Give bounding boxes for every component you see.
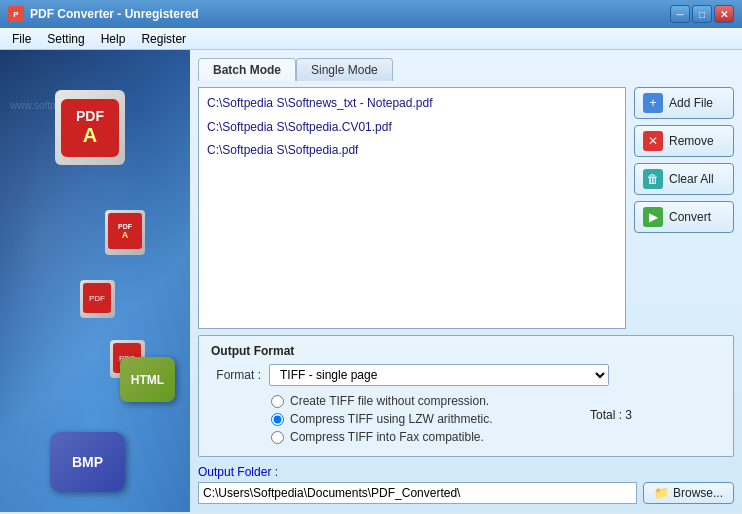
clear-all-label: Clear All <box>669 172 714 186</box>
radio-row-2: Compress TIFF using LZW arithmetic. <box>271 412 721 426</box>
tab-row: Batch Mode Single Mode <box>198 58 734 81</box>
convert-icon: ▶ <box>643 207 663 227</box>
pdf-icon-sm1: PDF A <box>105 210 145 255</box>
file-item-1[interactable]: C:\Softpedia S\Softnews_txt - Notepad.pd… <box>203 92 621 116</box>
menu-setting[interactable]: Setting <box>39 30 92 48</box>
remove-button[interactable]: ✕ Remove <box>634 125 734 157</box>
bottom-area: Output Folder : 📁 Browse... <box>198 465 734 504</box>
total-count: Total : 3 <box>590 408 632 422</box>
menu-help[interactable]: Help <box>93 30 134 48</box>
browse-label: Browse... <box>673 486 723 500</box>
radio-row-3: Compress TIFF into Fax compatible. <box>271 430 721 444</box>
right-content: Batch Mode Single Mode C:\Softpedia S\So… <box>190 50 742 512</box>
file-item-3[interactable]: C:\Softpedia S\Softpedia.pdf <box>203 139 621 163</box>
clear-all-icon: 🗑 <box>643 169 663 189</box>
remove-label: Remove <box>669 134 714 148</box>
folder-path-input[interactable] <box>198 482 637 504</box>
bmp-icon: BMP <box>50 432 125 492</box>
window-title: PDF Converter - Unregistered <box>30 7 199 21</box>
folder-input-row: 📁 Browse... <box>198 482 734 504</box>
convert-button[interactable]: ▶ Convert <box>634 201 734 233</box>
html-icon: HTML <box>120 357 175 402</box>
output-format-title: Output Format <box>211 344 721 358</box>
convert-label: Convert <box>669 210 711 224</box>
add-file-label: Add File <box>669 96 713 110</box>
file-list[interactable]: C:\Softpedia S\Softnews_txt - Notepad.pd… <box>198 87 626 329</box>
title-bar: P PDF Converter - Unregistered ─ □ ✕ <box>0 0 742 28</box>
main-content: www.softpedia.com PDF A PDF A PDF PDF <box>0 50 742 512</box>
radio-row-1: Create TIFF file without compression. <box>271 394 721 408</box>
menu-bar: File Setting Help Register <box>0 28 742 50</box>
pdf-icon-sm2: PDF <box>80 280 115 318</box>
action-buttons: + Add File ✕ Remove 🗑 Clear All ▶ Conver… <box>634 87 734 329</box>
pdf-icon-large: PDF A <box>55 90 125 165</box>
format-label: Format : <box>211 368 261 382</box>
left-panel: www.softpedia.com PDF A PDF A PDF PDF <box>0 50 190 512</box>
menu-register[interactable]: Register <box>133 30 194 48</box>
output-folder-section: Output Folder : 📁 Browse... <box>198 465 734 504</box>
radio-fax[interactable] <box>271 431 284 444</box>
close-button[interactable]: ✕ <box>714 5 734 23</box>
add-file-button[interactable]: + Add File <box>634 87 734 119</box>
panel-row: C:\Softpedia S\Softnews_txt - Notepad.pd… <box>198 87 734 329</box>
menu-file[interactable]: File <box>4 30 39 48</box>
file-item-2[interactable]: C:\Softpedia S\Softpedia.CV01.pdf <box>203 116 621 140</box>
output-format-section: Output Format Format : TIFF - single pag… <box>198 335 734 457</box>
radio-lzw[interactable] <box>271 413 284 426</box>
tab-single-mode[interactable]: Single Mode <box>296 58 393 81</box>
radio-label-3[interactable]: Compress TIFF into Fax compatible. <box>290 430 484 444</box>
output-folder-label: Output Folder : <box>198 465 734 479</box>
browse-folder-icon: 📁 <box>654 486 669 500</box>
browse-button[interactable]: 📁 Browse... <box>643 482 734 504</box>
app-icon: P <box>8 6 24 22</box>
radio-label-1[interactable]: Create TIFF file without compression. <box>290 394 489 408</box>
remove-icon: ✕ <box>643 131 663 151</box>
minimize-button[interactable]: ─ <box>670 5 690 23</box>
format-row: Format : TIFF - single page JPEG PNG BMP… <box>211 364 721 386</box>
format-select[interactable]: TIFF - single page JPEG PNG BMP GIF <box>269 364 609 386</box>
tab-batch-mode[interactable]: Batch Mode <box>198 58 296 81</box>
add-file-icon: + <box>643 93 663 113</box>
window-controls: ─ □ ✕ <box>670 5 734 23</box>
maximize-button[interactable]: □ <box>692 5 712 23</box>
radio-no-compression[interactable] <box>271 395 284 408</box>
clear-all-button[interactable]: 🗑 Clear All <box>634 163 734 195</box>
radio-label-2[interactable]: Compress TIFF using LZW arithmetic. <box>290 412 493 426</box>
